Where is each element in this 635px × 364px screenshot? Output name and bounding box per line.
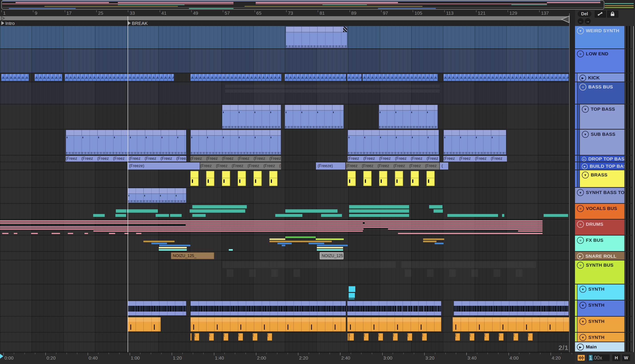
track-header-synth-17[interactable]: ▼SYNTH [577, 317, 632, 332]
lock-envelopes-button[interactable] [607, 11, 618, 18]
track-header-drums-11[interactable]: ≡DRUMS [575, 220, 632, 235]
draw-mode-button[interactable] [595, 11, 606, 18]
synth-audio-clip[interactable] [190, 301, 346, 316]
playhead[interactable] [128, 16, 128, 352]
kick-clip-run[interactable]: AAAAAAAAAAAAAAAA [285, 74, 346, 81]
bass-note-clip[interactable] [66, 130, 186, 155]
track-header-synth-bus-14[interactable]: ≡SYNTH BUS [575, 260, 632, 284]
brass-midi-clip[interactable] [269, 171, 277, 186]
drums-clip-bar[interactable] [0, 228, 364, 230]
track-header-low-end-1[interactable]: ≡LOW END [575, 49, 632, 73]
delete-button[interactable]: Del [578, 11, 591, 17]
kick-clip-run[interactable]: AAAA [347, 74, 362, 81]
vocals-clip-bar[interactable] [321, 214, 342, 217]
brass-midi-clip[interactable] [426, 171, 435, 186]
vocals-clip-bar[interactable] [349, 205, 409, 208]
small-synth-clip[interactable]: ( [238, 333, 243, 341]
drums-clip-bar[interactable] [518, 230, 542, 232]
snare-roll-clip[interactable]: NOIZU_125_ [320, 252, 344, 259]
track-width-button[interactable]: W [622, 354, 630, 361]
bass-note-clip[interactable] [379, 105, 438, 129]
drums-clip-bar[interactable] [0, 220, 542, 222]
synth-midi-clip[interactable] [347, 317, 441, 332]
fx-clip-bar[interactable] [317, 247, 343, 248]
drums-clip-bar[interactable] [68, 233, 73, 234]
frozen-clip-row[interactable]: (Freez(Freez(Freez(Freez(Freez(Freez [346, 162, 439, 170]
brass-midi-clip[interactable] [253, 171, 262, 186]
drums-clip-bar[interactable] [136, 233, 141, 234]
small-synth-clip[interactable]: ( [223, 333, 228, 341]
track-height-button[interactable]: H [612, 354, 620, 361]
vocals-clip-bar[interactable] [190, 209, 245, 213]
brass-midi-clip[interactable] [238, 171, 246, 186]
frozen-clip-row[interactable]: (Freez(Freez(Freez(Freez(Freez(Freez [190, 156, 281, 162]
small-synth-clip[interactable]: ( [349, 333, 354, 341]
small-synth-clip[interactable] [348, 333, 349, 341]
fold-arrow-icon[interactable]: ▼ [579, 286, 586, 293]
bass-note-clip[interactable] [190, 130, 281, 155]
group-icon[interactable]: ≡ [577, 262, 584, 269]
small-synth-clip[interactable]: ( [455, 333, 460, 341]
history-forward-button[interactable]: → [585, 18, 591, 24]
fx-clip-bar[interactable] [423, 241, 436, 242]
track-header-synth-15[interactable]: ▼SYNTH [577, 284, 632, 300]
time-ruler[interactable]: 0:000:200:401:001:201:402:002:202:403:00… [0, 352, 575, 364]
kick-clip-run[interactable]: AAAAAAAAAAAAAAAAAAAAAAAAAAAA [65, 74, 174, 81]
small-synth-clip[interactable]: ( [407, 333, 412, 341]
small-synth-clip[interactable]: ( [267, 333, 272, 341]
locator-label-intro[interactable]: Intro [5, 21, 15, 26]
fx-clip-bar[interactable] [159, 249, 187, 251]
fx-clip-bar[interactable] [309, 243, 324, 244]
track-header-weird-synth-0[interactable]: ▼WEIRD SYNTH [575, 26, 632, 48]
bass-note-clip[interactable] [348, 130, 439, 155]
brass-midi-clip[interactable] [363, 171, 372, 186]
synth-audio-clip[interactable] [347, 301, 441, 316]
group-icon[interactable]: ≡ [577, 221, 584, 228]
small-synth-clip[interactable]: ( [422, 333, 427, 341]
fx-clip-bar[interactable] [423, 238, 444, 240]
synth-midi-clip[interactable] [190, 317, 346, 332]
small-synth-clip[interactable] [190, 333, 192, 341]
track-header-vocals-bus-10[interactable]: ≡VOCALS BUS [575, 204, 632, 219]
brass-midi-clip[interactable] [190, 171, 199, 186]
frozen-clip-row[interactable]: (Freez(Freez(Freez(Freez(Freez(Freez [348, 156, 439, 162]
track-header-bass-bus-3[interactable]: ≡BASS BUS [577, 82, 632, 104]
frozen-clip-row[interactable]: (Freez(Freez(Freez(Freez(Freez(Freez [200, 162, 281, 170]
frozen-clip[interactable]: (Freeze) [127, 162, 200, 170]
synth-audio-clip[interactable] [127, 301, 186, 316]
play-icon[interactable]: ▶ [577, 344, 584, 350]
arrangement-track-area[interactable]: AAAAAAAAAAAAAAAAAAAAAAAAAAAAAAAAAAAAAAAA… [0, 26, 569, 352]
bass-note-clip[interactable] [222, 105, 281, 129]
bass-note-clip[interactable] [127, 188, 186, 203]
vocals-clip-bar[interactable] [434, 209, 443, 213]
locator-row[interactable]: IntroBREAK [0, 20, 569, 26]
track-header-fx-bus-12[interactable]: ≡FX BUS [575, 236, 632, 251]
vocals-clip-bar[interactable] [170, 214, 182, 217]
track-header-sub-bass-5[interactable]: ▼SUB BASS [580, 130, 632, 155]
drums-clip-bar[interactable] [0, 222, 363, 224]
frozen-clip-row[interactable]: (Freez(Freez(Freez(Freez(Freez(Freez(Fre… [66, 156, 186, 162]
play-icon[interactable]: ▶ [582, 164, 588, 169]
vocals-clip-bar[interactable] [447, 214, 498, 217]
fold-arrow-icon[interactable]: ▼ [582, 131, 589, 138]
brass-midi-clip[interactable] [379, 171, 387, 186]
fold-arrow-icon[interactable]: ▼ [582, 106, 589, 113]
synth-audio-clip[interactable] [454, 301, 569, 316]
playback-speed-field[interactable]: 1.00x [587, 354, 610, 361]
overview-viewport-box[interactable] [1, 0, 604, 10]
fx-clip-bar[interactable] [435, 243, 444, 244]
track-header-top-bass-4[interactable]: ▼TOP BASS [580, 104, 632, 129]
track-header-brass-8[interactable]: ▼BRASS [580, 170, 632, 187]
fx-clip-bar[interactable] [229, 249, 233, 251]
vocals-clip-bar[interactable] [349, 209, 409, 213]
kick-clip-run[interactable]: AAAAAAAAAAAAAAAAAAA [362, 74, 438, 81]
small-synth-clip[interactable]: ( [378, 333, 383, 341]
track-header-synth-16[interactable]: ▼SYNTH [577, 300, 632, 316]
fx-clip-bar[interactable] [317, 245, 348, 246]
vocals-clip-bar[interactable] [115, 214, 126, 217]
play-icon[interactable]: ▶ [577, 253, 583, 260]
fx-clip-bar[interactable] [349, 293, 355, 298]
kick-clip-run[interactable]: AAAAAAAAAAAAAAAAAAAAAAAAAAAAAAAA [443, 74, 569, 81]
fold-arrow-icon[interactable]: ▼ [577, 27, 584, 34]
small-synth-clip[interactable]: ( [253, 333, 257, 341]
